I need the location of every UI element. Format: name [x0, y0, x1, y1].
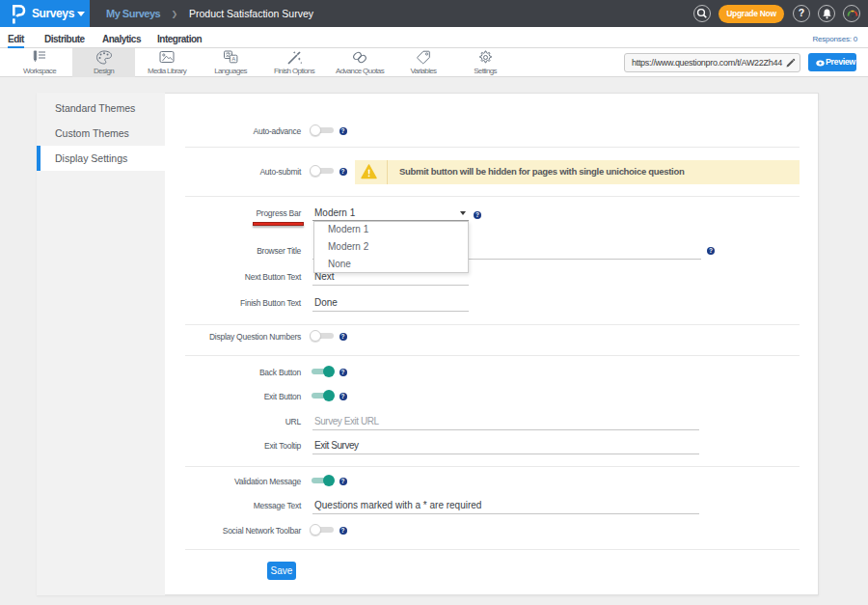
- svg-text:A: A: [231, 56, 235, 62]
